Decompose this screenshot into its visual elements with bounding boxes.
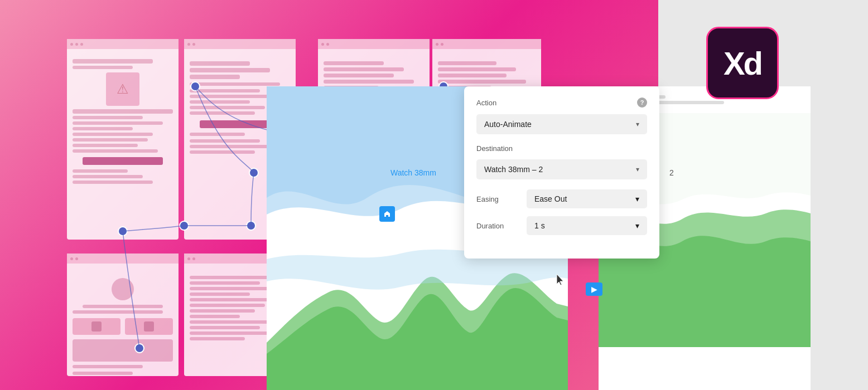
easing-dropdown[interactable]: Ease Out ▾	[527, 189, 647, 208]
watch-label: Watch 38mm	[390, 168, 436, 177]
help-icon[interactable]: ?	[637, 98, 647, 108]
wireframe-card-bottom-1	[67, 254, 179, 376]
destination-dropdown[interactable]: Watch 38mm – 2 ▾	[476, 159, 647, 179]
action-label: Action	[476, 99, 496, 107]
cursor	[554, 272, 570, 287]
watch-label-2: 2	[669, 168, 674, 177]
destination-label: Destination	[476, 144, 513, 153]
xd-logo: Xd	[706, 27, 779, 99]
duration-label: Duration	[476, 222, 527, 230]
destination-chevron: ▾	[636, 165, 639, 173]
panel-header: Action ?	[476, 98, 647, 108]
easing-row: Easing Ease Out ▾	[476, 189, 647, 208]
wireframe-card-1: ⚠	[67, 39, 179, 240]
duration-chevron: ▾	[635, 221, 639, 230]
action-panel: Action ? Auto-Animate ▾ Destination Watc…	[464, 86, 659, 259]
next-arrow[interactable]: ▶	[586, 282, 602, 296]
duration-dropdown[interactable]: 1 s ▾	[527, 216, 647, 235]
easing-chevron: ▾	[635, 194, 639, 203]
xd-logo-text: Xd	[724, 45, 761, 82]
action-value: Auto-Animate	[484, 120, 532, 129]
destination-header: Destination	[476, 144, 647, 153]
easing-value: Ease Out	[534, 194, 567, 203]
duration-value: 1 s	[534, 221, 545, 230]
action-dropdown[interactable]: Auto-Animate ▾	[476, 114, 647, 134]
duration-row: Duration 1 s ▾	[476, 216, 647, 235]
watch-home-button[interactable]	[379, 206, 395, 222]
action-chevron: ▾	[636, 120, 639, 128]
destination-value: Watch 38mm – 2	[484, 165, 543, 174]
easing-label: Easing	[476, 195, 527, 203]
